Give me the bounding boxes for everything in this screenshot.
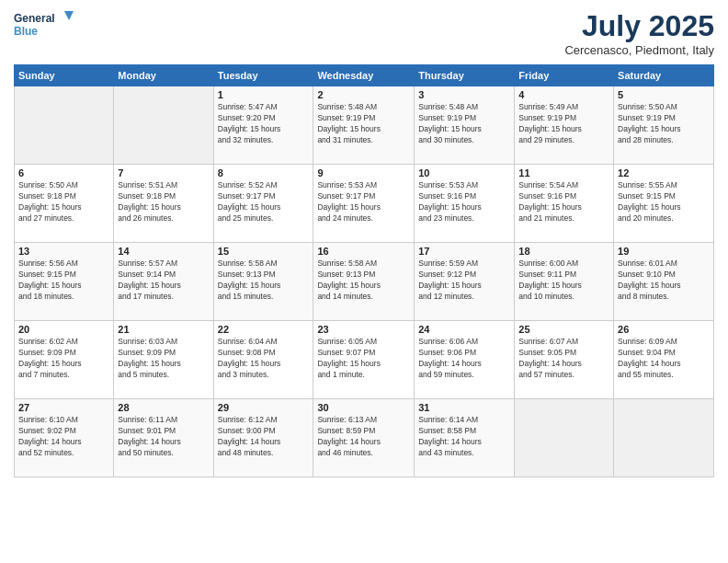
day-number: 7 [118, 167, 209, 178]
col-thursday: Thursday [415, 65, 515, 86]
day-cell: 8Sunrise: 5:52 AM Sunset: 9:17 PM Daylig… [213, 165, 313, 243]
day-cell: 27Sunrise: 6:10 AM Sunset: 9:02 PM Dayli… [15, 399, 114, 477]
day-info: Sunrise: 6:02 AM Sunset: 9:09 PM Dayligh… [18, 337, 109, 381]
day-cell: 20Sunrise: 6:02 AM Sunset: 9:09 PM Dayli… [15, 321, 114, 399]
day-cell: 12Sunrise: 5:55 AM Sunset: 9:15 PM Dayli… [614, 165, 714, 243]
week-row-2: 13Sunrise: 5:56 AM Sunset: 9:15 PM Dayli… [15, 243, 714, 321]
day-number: 6 [18, 167, 109, 178]
page-header: General Blue July 2025 Cercenasco, Piedm… [14, 9, 714, 57]
day-number: 17 [418, 246, 510, 257]
month-title: July 2025 [564, 9, 714, 43]
svg-marker-2 [64, 11, 74, 20]
day-number: 23 [317, 324, 410, 335]
day-number: 10 [418, 167, 510, 178]
day-number: 24 [418, 324, 510, 335]
day-number: 16 [317, 246, 410, 257]
day-number: 31 [418, 402, 510, 413]
day-info: Sunrise: 6:14 AM Sunset: 8:58 PM Dayligh… [418, 415, 510, 459]
day-number: 22 [218, 324, 310, 335]
day-info: Sunrise: 6:04 AM Sunset: 9:08 PM Dayligh… [218, 337, 310, 381]
day-number: 25 [518, 324, 609, 335]
day-info: Sunrise: 5:51 AM Sunset: 9:18 PM Dayligh… [118, 180, 209, 224]
day-info: Sunrise: 6:07 AM Sunset: 9:05 PM Dayligh… [518, 337, 609, 381]
day-cell: 13Sunrise: 5:56 AM Sunset: 9:15 PM Dayli… [15, 243, 114, 321]
day-cell [515, 399, 614, 477]
day-info: Sunrise: 6:06 AM Sunset: 9:06 PM Dayligh… [418, 337, 510, 381]
day-info: Sunrise: 5:55 AM Sunset: 9:15 PM Dayligh… [618, 180, 710, 224]
day-info: Sunrise: 5:58 AM Sunset: 9:13 PM Dayligh… [317, 259, 410, 303]
week-row-4: 27Sunrise: 6:10 AM Sunset: 9:02 PM Dayli… [15, 399, 714, 477]
day-cell: 29Sunrise: 6:12 AM Sunset: 9:00 PM Dayli… [213, 399, 313, 477]
day-info: Sunrise: 6:03 AM Sunset: 9:09 PM Dayligh… [118, 337, 209, 381]
day-number: 18 [518, 246, 609, 257]
svg-text:Blue: Blue [14, 25, 38, 38]
day-number: 26 [618, 324, 710, 335]
day-number: 20 [18, 324, 109, 335]
day-cell: 23Sunrise: 6:05 AM Sunset: 9:07 PM Dayli… [313, 321, 415, 399]
day-info: Sunrise: 6:13 AM Sunset: 8:59 PM Dayligh… [317, 415, 410, 459]
location-subtitle: Cercenasco, Piedmont, Italy [564, 43, 714, 57]
calendar-table: Sunday Monday Tuesday Wednesday Thursday… [14, 64, 714, 477]
day-cell: 10Sunrise: 5:53 AM Sunset: 9:16 PM Dayli… [415, 165, 515, 243]
day-cell: 24Sunrise: 6:06 AM Sunset: 9:06 PM Dayli… [415, 321, 515, 399]
day-cell: 4Sunrise: 5:49 AM Sunset: 9:19 PM Daylig… [515, 86, 614, 165]
col-friday: Friday [515, 65, 614, 86]
day-cell [614, 399, 714, 477]
col-monday: Monday [114, 65, 213, 86]
day-info: Sunrise: 6:01 AM Sunset: 9:10 PM Dayligh… [618, 259, 710, 303]
day-cell: 25Sunrise: 6:07 AM Sunset: 9:05 PM Dayli… [515, 321, 614, 399]
day-info: Sunrise: 6:11 AM Sunset: 9:01 PM Dayligh… [118, 415, 209, 459]
day-info: Sunrise: 5:58 AM Sunset: 9:13 PM Dayligh… [218, 259, 310, 303]
day-cell: 22Sunrise: 6:04 AM Sunset: 9:08 PM Dayli… [213, 321, 313, 399]
day-number: 13 [18, 246, 109, 257]
day-cell: 18Sunrise: 6:00 AM Sunset: 9:11 PM Dayli… [515, 243, 614, 321]
day-number: 1 [218, 89, 310, 100]
svg-text:General: General [14, 12, 55, 25]
calendar-page: General Blue July 2025 Cercenasco, Piedm… [0, 0, 728, 563]
day-info: Sunrise: 5:47 AM Sunset: 9:20 PM Dayligh… [218, 102, 310, 146]
day-cell: 14Sunrise: 5:57 AM Sunset: 9:14 PM Dayli… [114, 243, 213, 321]
day-info: Sunrise: 5:54 AM Sunset: 9:16 PM Dayligh… [518, 180, 609, 224]
day-cell [114, 86, 213, 165]
day-cell: 19Sunrise: 6:01 AM Sunset: 9:10 PM Dayli… [614, 243, 714, 321]
day-cell: 7Sunrise: 5:51 AM Sunset: 9:18 PM Daylig… [114, 165, 213, 243]
col-saturday: Saturday [614, 65, 714, 86]
col-tuesday: Tuesday [213, 65, 313, 86]
day-cell: 31Sunrise: 6:14 AM Sunset: 8:58 PM Dayli… [415, 399, 515, 477]
logo-svg: General Blue [14, 9, 78, 44]
day-cell: 3Sunrise: 5:48 AM Sunset: 9:19 PM Daylig… [415, 86, 515, 165]
title-block: July 2025 Cercenasco, Piedmont, Italy [564, 9, 714, 57]
day-cell: 21Sunrise: 6:03 AM Sunset: 9:09 PM Dayli… [114, 321, 213, 399]
day-info: Sunrise: 5:52 AM Sunset: 9:17 PM Dayligh… [218, 180, 310, 224]
day-number: 29 [218, 402, 310, 413]
day-number: 21 [118, 324, 209, 335]
day-info: Sunrise: 6:09 AM Sunset: 9:04 PM Dayligh… [618, 337, 710, 381]
day-info: Sunrise: 5:59 AM Sunset: 9:12 PM Dayligh… [418, 259, 510, 303]
day-cell: 30Sunrise: 6:13 AM Sunset: 8:59 PM Dayli… [313, 399, 415, 477]
day-cell: 15Sunrise: 5:58 AM Sunset: 9:13 PM Dayli… [213, 243, 313, 321]
col-sunday: Sunday [15, 65, 114, 86]
week-row-3: 20Sunrise: 6:02 AM Sunset: 9:09 PM Dayli… [15, 321, 714, 399]
day-number: 2 [317, 89, 410, 100]
day-cell [15, 86, 114, 165]
day-cell: 2Sunrise: 5:48 AM Sunset: 9:19 PM Daylig… [313, 86, 415, 165]
day-number: 15 [218, 246, 310, 257]
week-row-0: 1Sunrise: 5:47 AM Sunset: 9:20 PM Daylig… [15, 86, 714, 165]
day-info: Sunrise: 5:56 AM Sunset: 9:15 PM Dayligh… [18, 259, 109, 303]
day-info: Sunrise: 5:53 AM Sunset: 9:16 PM Dayligh… [418, 180, 510, 224]
day-info: Sunrise: 5:50 AM Sunset: 9:18 PM Dayligh… [18, 180, 109, 224]
day-cell: 1Sunrise: 5:47 AM Sunset: 9:20 PM Daylig… [213, 86, 313, 165]
logo: General Blue [14, 9, 78, 44]
day-info: Sunrise: 6:12 AM Sunset: 9:00 PM Dayligh… [218, 415, 310, 459]
day-info: Sunrise: 5:53 AM Sunset: 9:17 PM Dayligh… [317, 180, 410, 224]
day-cell: 28Sunrise: 6:11 AM Sunset: 9:01 PM Dayli… [114, 399, 213, 477]
day-number: 30 [317, 402, 410, 413]
day-number: 9 [317, 167, 410, 178]
day-number: 28 [118, 402, 209, 413]
day-info: Sunrise: 5:57 AM Sunset: 9:14 PM Dayligh… [118, 259, 209, 303]
day-cell: 26Sunrise: 6:09 AM Sunset: 9:04 PM Dayli… [614, 321, 714, 399]
day-number: 11 [518, 167, 609, 178]
day-number: 27 [18, 402, 109, 413]
day-number: 8 [218, 167, 310, 178]
header-row: Sunday Monday Tuesday Wednesday Thursday… [15, 65, 714, 86]
